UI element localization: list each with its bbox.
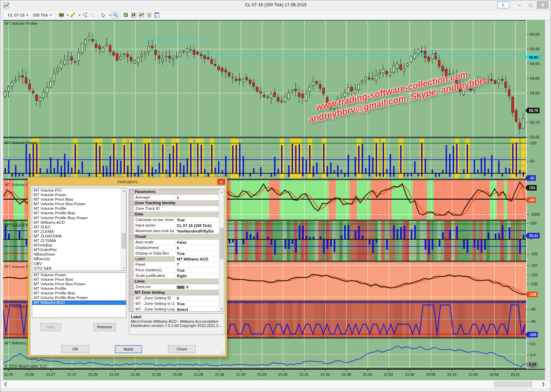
indicator-list-item[interactable]: MT Williams ACD bbox=[32, 220, 126, 225]
grid-property-row[interactable]: Zone Track ID bbox=[129, 206, 224, 212]
account-dollar-icon[interactable]: $ bbox=[146, 12, 153, 19]
property-value[interactable]: 1 bbox=[175, 195, 224, 200]
grid-category-row[interactable]: −Data bbox=[129, 212, 224, 217]
applied-indicator-item[interactable]: MT Volume Power bbox=[32, 273, 126, 277]
indicator-list-item[interactable]: MTInfoBar bbox=[32, 243, 126, 248]
indicator-list-item[interactable]: MT ZLTEMA bbox=[32, 238, 126, 243]
property-value[interactable]: Right bbox=[175, 273, 224, 278]
collapse-icon[interactable]: − bbox=[130, 190, 133, 193]
grid-property-row[interactable]: MT - Zone Setting LoacSelect bbox=[129, 307, 224, 312]
property-value[interactable]: True bbox=[175, 217, 224, 222]
indicator-list-item[interactable]: NBarsDown bbox=[32, 252, 126, 257]
maximize-button[interactable]: ▢ bbox=[525, 1, 536, 9]
resize-grip[interactable] bbox=[221, 350, 224, 354]
expand-icon[interactable]: + bbox=[130, 285, 133, 288]
chart-style-icon[interactable] bbox=[58, 12, 65, 19]
chevron-down-icon[interactable]: ▼ bbox=[78, 14, 81, 17]
indicator-list-item[interactable]: MT Volume Profile bbox=[32, 206, 126, 211]
indicators-dialog[interactable]: Indicators x ▲▼ MT Volume PCIMT Volume P… bbox=[28, 177, 227, 357]
grid-category-row[interactable]: −MT Zone Setting bbox=[129, 290, 224, 295]
grid-category-row[interactable]: −Lines bbox=[129, 279, 224, 284]
indicator-list-item[interactable]: MT Volume Profile Bias bbox=[32, 211, 126, 215]
property-value[interactable]: True bbox=[175, 268, 224, 273]
cursor-icon[interactable] bbox=[100, 12, 107, 19]
indicator-list-item[interactable]: MT Volume Profile Bias Power bbox=[32, 216, 126, 220]
new-button[interactable]: New bbox=[40, 323, 61, 331]
apply-button[interactable]: Apply bbox=[115, 345, 142, 353]
applied-indicators-list[interactable]: MT Volume PowerMT Volume Price BiasMT Vo… bbox=[32, 272, 126, 318]
chart-trader-icon[interactable] bbox=[130, 12, 137, 19]
time-axis[interactable]: 21:2521:2621:2721:2721:2821:2821:2821:28… bbox=[3, 369, 545, 380]
instrument-selector[interactable]: CL 07-15▼ bbox=[6, 12, 31, 19]
grid-property-row[interactable]: Price marker(s)True bbox=[129, 268, 224, 273]
ok-button[interactable]: OK bbox=[61, 345, 89, 353]
instrument-link-button[interactable]: L bbox=[497, 1, 509, 8]
indicator-list-item[interactable]: MT ZLHATEMA bbox=[32, 234, 126, 238]
collapse-icon[interactable]: − bbox=[130, 213, 133, 216]
grid-property-row[interactable]: Displacement0 bbox=[129, 245, 224, 251]
toolbar-grip[interactable] bbox=[2, 12, 4, 18]
title-bar[interactable]: CL 07-15 (150 Tick) 17.06.2015 L – ▢ ✕ bbox=[0, 0, 551, 10]
scrollbar-thumb[interactable] bbox=[494, 381, 532, 387]
applied-indicator-item[interactable]: MT Volume Price Bias bbox=[32, 277, 126, 282]
grid-property-row[interactable]: +ZeroLine0 bbox=[129, 284, 224, 290]
property-value[interactable]: 0 bbox=[175, 295, 224, 301]
indicator-list-item[interactable]: MT Volume Power bbox=[32, 193, 126, 197]
close-dialog-button[interactable]: Close bbox=[168, 345, 196, 353]
grid-category-row[interactable]: −Zone Tracking Identity bbox=[129, 200, 224, 206]
property-value[interactable]: False bbox=[175, 240, 224, 245]
properties-grid[interactable]: −ParametersAverage1−Zone Tracking Identi… bbox=[129, 189, 224, 312]
drawing-tools-icon[interactable] bbox=[69, 12, 76, 19]
price-axis[interactable]: 60,0059,9559,9059,8559,8059,7059,6559,93… bbox=[527, 20, 545, 380]
grid-property-row[interactable]: MT - Zone Setting Is UTrue bbox=[129, 301, 224, 307]
dialog-close-icon[interactable]: x bbox=[217, 179, 225, 185]
data-box-icon[interactable] bbox=[153, 12, 160, 19]
grid-property-row[interactable]: Average1 bbox=[129, 195, 224, 200]
grid-property-row[interactable]: Input seriesCL 07-15 (150 Tick) bbox=[129, 223, 224, 228]
property-value[interactable]: TwoHundredFiftySix bbox=[175, 228, 224, 234]
applied-indicator-item[interactable]: MT Volume Price Bias Power bbox=[32, 282, 126, 286]
grid-category-row[interactable]: −Visual bbox=[129, 234, 224, 240]
list-scrollbar[interactable]: ▲▼ bbox=[121, 188, 126, 271]
indicator-list-item[interactable]: OBV bbox=[32, 262, 126, 266]
collapse-icon[interactable]: − bbox=[130, 235, 133, 238]
grid-property-row[interactable]: LabelMT Williams ACD bbox=[129, 256, 224, 262]
grid-property-row[interactable]: Calculate on bar closeTrue bbox=[129, 217, 224, 223]
property-value[interactable]: 0 bbox=[175, 245, 224, 250]
available-indicators-list[interactable]: ▲▼ MT Volume PCIMT Volume PowerMT Volume… bbox=[32, 188, 126, 271]
grid-property-row[interactable]: MT - Zone Setting ID0 bbox=[129, 295, 224, 301]
property-value[interactable]: 0 bbox=[175, 284, 224, 290]
indicator-list-item[interactable]: OTG S&R bbox=[32, 266, 126, 271]
crosshair-zoom-icon[interactable] bbox=[112, 12, 119, 19]
grid-property-row[interactable]: Auto scaleFalse bbox=[129, 240, 224, 245]
applied-indicator-item[interactable]: MT Volume Profile Bias Power bbox=[32, 295, 126, 300]
applied-indicator-item[interactable]: MT Volume Profile bbox=[32, 286, 126, 291]
indicator-list-item[interactable]: MT Volume Price Bias Power bbox=[32, 202, 126, 206]
applied-indicator-item[interactable]: MT Williams ACD bbox=[32, 300, 126, 305]
grid-property-row[interactable]: Display in Data BoxTrue bbox=[129, 251, 224, 256]
grid-property-row[interactable]: Maximum bars look baTwoHundredFiftySix bbox=[129, 228, 224, 234]
property-value[interactable] bbox=[175, 206, 224, 211]
chevron-down-icon[interactable]: ▼ bbox=[67, 14, 69, 17]
grid-property-row[interactable]: Scale justificationRight bbox=[129, 273, 224, 279]
property-value[interactable]: Select bbox=[175, 307, 224, 312]
grid-property-row[interactable]: Panel7 bbox=[129, 262, 224, 268]
period-selector[interactable]: 150 Tick▼ bbox=[31, 12, 54, 19]
scroll-right-icon[interactable]: ❯ bbox=[542, 382, 545, 386]
indicator-list-item[interactable]: MTOrderPlot bbox=[32, 248, 126, 252]
indicator-list-item[interactable]: MT ZLEMA bbox=[32, 229, 126, 234]
indicator-list-item[interactable]: MT Volume PCI bbox=[32, 188, 126, 193]
grid-scrollbar[interactable]: ▲▼ bbox=[219, 189, 224, 312]
chevron-down-icon[interactable]: ▼ bbox=[109, 14, 111, 17]
indicator-list-item[interactable]: NBarsUp bbox=[32, 257, 126, 261]
market-depth-icon[interactable] bbox=[123, 12, 130, 19]
remove-button[interactable]: Remove bbox=[93, 323, 116, 331]
collapse-icon[interactable]: − bbox=[130, 201, 133, 205]
zoom-in-icon[interactable] bbox=[81, 12, 88, 19]
indicator-list-item[interactable]: MT ZLEC bbox=[32, 225, 126, 229]
snapshot-icon[interactable] bbox=[138, 12, 145, 19]
scroll-left-icon[interactable]: ❮ bbox=[4, 382, 7, 386]
collapse-icon[interactable]: − bbox=[130, 291, 133, 294]
property-value[interactable]: True bbox=[175, 251, 224, 256]
property-value[interactable]: CL 07-15 (150 Tick) bbox=[175, 223, 224, 228]
